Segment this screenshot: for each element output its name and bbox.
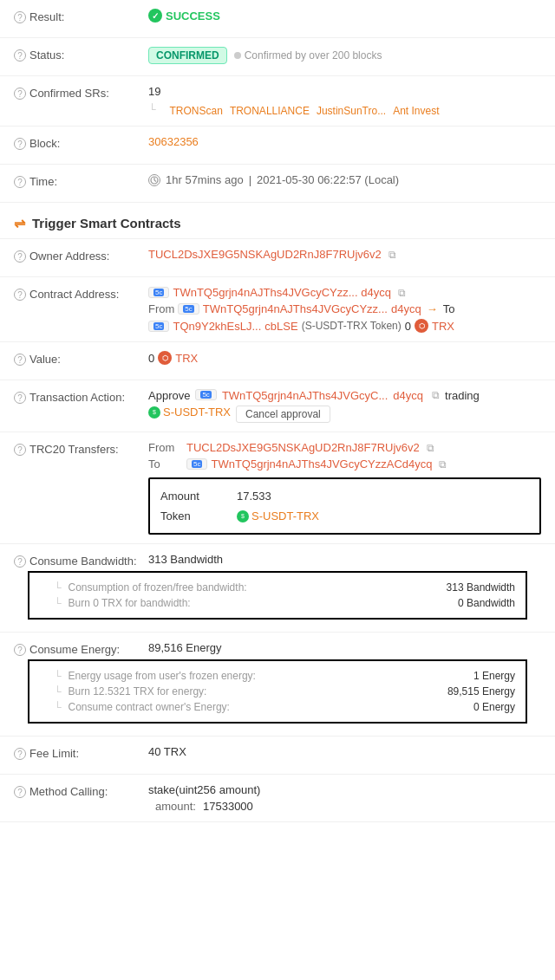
contract-address-link[interactable]: TWnTQ5grjn4nAJThs4JVGcyCYzz... d4ycq [173, 286, 390, 299]
trc20-transfers-row: ? TRC20 Transfers: From TUCL2DsJXE9G5NSK… [0, 432, 555, 544]
cancel-approval-button[interactable]: Cancel approval [236, 406, 330, 423]
help-icon[interactable]: ? [14, 138, 26, 150]
action-addr-link[interactable]: TWnTQ5grjn4nAJThs4JVGcyC... [222, 389, 388, 402]
to-addr-row: 5c TQn9Y2khEsLJ... cbLSE (S-USDT-TRX Tok… [148, 319, 541, 333]
time-label: ? Time: [14, 173, 148, 188]
block-row: ? Block: 30632356 [0, 127, 555, 165]
method-calling-value: stake(uint256 amount) amount: 17533000 [148, 783, 541, 813]
bandwidth-sub2: └ Burn 0 TRX for bandwidth: 0 Bandwidth [40, 595, 515, 611]
trc20-to-label: To [148, 458, 183, 471]
bandwidth-sub1-value: 313 Bandwidth [447, 581, 515, 594]
clock-icon [148, 174, 160, 186]
contract-address-row: ? Contract Address: 5c TWnTQ5grjn4nAJThs… [0, 277, 555, 342]
help-icon[interactable]: ? [14, 176, 26, 188]
help-icon[interactable]: ? [14, 444, 26, 456]
sr-name-2[interactable]: TRONALLIANCE [230, 105, 310, 117]
sr-names: TRONScan TRONALLIANCE JustinSunTro... An… [160, 105, 440, 117]
to-addr-link[interactable]: TQn9Y2khEsLJ... [173, 320, 261, 333]
bullet-icon [234, 52, 241, 59]
block-number-link[interactable]: 30632356 [148, 135, 541, 148]
indent-icon: └ [54, 701, 62, 713]
trc20-to-addr[interactable]: TWnTQ5grjn4nAJThs4JVGcyCYzzACd4ycq [211, 458, 432, 471]
trc20-from-row: From TUCL2DsJXE9G5NSKAgUD2RnJ8F7RUjv6v2 … [148, 441, 541, 454]
confirmed-badge: CONFIRMED [148, 47, 227, 64]
sr-indent: └ TRONScan TRONALLIANCE JustinSunTro... … [148, 101, 541, 117]
amount-row: Amount 17.533 [160, 486, 529, 506]
sr-name-1[interactable]: TRONScan [170, 105, 223, 117]
indent-icon: └ [54, 670, 62, 682]
action-row: Approve 5c TWnTQ5grjn4nAJThs4JVGcyC... d… [148, 389, 541, 402]
result-value: ✓ SUCCESS [148, 9, 541, 23]
help-icon[interactable]: ? [14, 49, 26, 62]
help-icon[interactable]: ? [14, 289, 26, 301]
from-suffix-link[interactable]: d4ycq [391, 302, 421, 315]
success-icon: ✓ [148, 9, 162, 23]
token-action-row: $ S-USDT-TRX Cancel approval [148, 406, 541, 423]
sr-name-4[interactable]: Ant Invest [393, 105, 439, 117]
trc20-from-addr[interactable]: TUCL2DsJXE9G5NSKAgUD2RnJ8F7RUjv6v2 [186, 441, 420, 454]
help-icon[interactable]: ? [14, 88, 26, 100]
help-icon[interactable]: ? [14, 250, 26, 263]
copy-icon[interactable]: ⧉ [388, 249, 396, 261]
from-label: From [148, 302, 174, 315]
energy-value: 89,516 Energy [148, 641, 541, 656]
from-sc-badge: 5c [178, 303, 199, 315]
copy-icon[interactable]: ⧉ [427, 442, 434, 454]
bandwidth-row: ? Consume Bandwidth: 313 Bandwidth └ Con… [0, 544, 555, 633]
copy-icon[interactable]: ⧉ [432, 389, 440, 401]
action-suffix-link[interactable]: d4ycq [393, 389, 423, 402]
help-icon[interactable]: ? [14, 555, 26, 568]
trx-label: TRX [432, 320, 454, 333]
bandwidth-main: ? Consume Bandwidth: 313 Bandwidth [14, 553, 541, 568]
value-label: ? Value: [14, 351, 148, 366]
transaction-action-row: ? Transaction Action: Approve 5c TWnTQ5g… [0, 380, 555, 432]
section-header: ⇌ Trigger Smart Contracts [0, 203, 555, 239]
trc20-to-sc-icon: 5c [192, 460, 202, 468]
trc20-label: ? TRC20 Transfers: [14, 441, 148, 456]
help-icon[interactable]: ? [14, 392, 26, 404]
arrow-icon: → [427, 302, 438, 315]
owner-address-link[interactable]: TUCL2DsJXE9G5NSKAgUD2RnJ8F7RUjv6v2 [148, 248, 382, 261]
confirmed-srs-value: 19 └ TRONScan TRONALLIANCE JustinSunTro.… [148, 85, 541, 117]
block-label: ? Block: [14, 135, 148, 150]
sr-name-3[interactable]: JustinSunTro... [317, 105, 386, 117]
help-icon[interactable]: ? [14, 11, 26, 23]
indent-icon: └ [54, 685, 62, 698]
method-name: stake(uint256 amount) [148, 783, 541, 796]
highlighted-box: Amount 17.533 Token $ S-USDT-TRX [148, 477, 541, 535]
trx-logo: ⬡ [158, 351, 172, 365]
contract-address-label: ? Contract Address: [14, 286, 148, 301]
value-display: 0 ⬡ TRX [148, 351, 541, 365]
energy-main: ? Consume Energy: 89,516 Energy [14, 641, 541, 656]
trx-text: TRX [175, 352, 198, 365]
confirmed-srs-label: ? Confirmed SRs: [14, 85, 148, 100]
copy-icon[interactable]: ⧉ [439, 458, 447, 471]
fee-limit-value: 40 TRX [148, 745, 541, 758]
help-icon[interactable]: ? [14, 354, 26, 366]
action-sc-badge: 5c [195, 389, 216, 400]
time-row: ? Time: 1hr 57mins ago | 2021-05-30 06:2… [0, 165, 555, 203]
token-label: (S-USDT-TRX Token) [302, 320, 402, 332]
sc-badge: 5c [148, 287, 169, 298]
to-suffix-link[interactable]: cbLSE [264, 320, 297, 333]
s-usdt-icon: $ [148, 406, 160, 419]
from-to-amount: 0 [405, 320, 411, 333]
energy-sub2-value: 89,515 Energy [447, 685, 515, 698]
trx-value: 0 ⬡ TRX [148, 351, 541, 365]
help-icon[interactable]: ? [14, 748, 26, 760]
method-calling-label: ? Method Calling: [14, 783, 148, 798]
token-value-badge: $ S-USDT-TRX [237, 509, 319, 522]
status-value: CONFIRMED Confirmed by over 200 blocks [148, 47, 541, 64]
from-to-row: From 5c TWnTQ5grjn4nAJThs4JVGcyCYzz... d… [148, 302, 541, 315]
status-label: ? Status: [14, 47, 148, 62]
sc-icon: 5c [153, 289, 164, 296]
help-icon[interactable]: ? [14, 786, 26, 798]
amount-label: Amount [160, 490, 230, 503]
contract-address-value: 5c TWnTQ5grjn4nAJThs4JVGcyCYzz... d4ycq … [148, 286, 541, 333]
copy-icon[interactable]: ⧉ [398, 287, 406, 299]
block-value: 30632356 [148, 135, 541, 148]
s-usdt-icon: $ [237, 510, 249, 522]
help-icon[interactable]: ? [14, 644, 26, 656]
energy-sub1-value: 1 Energy [473, 670, 515, 682]
from-addr-link[interactable]: TWnTQ5grjn4nAJThs4JVGcyCYzz... [203, 302, 388, 315]
